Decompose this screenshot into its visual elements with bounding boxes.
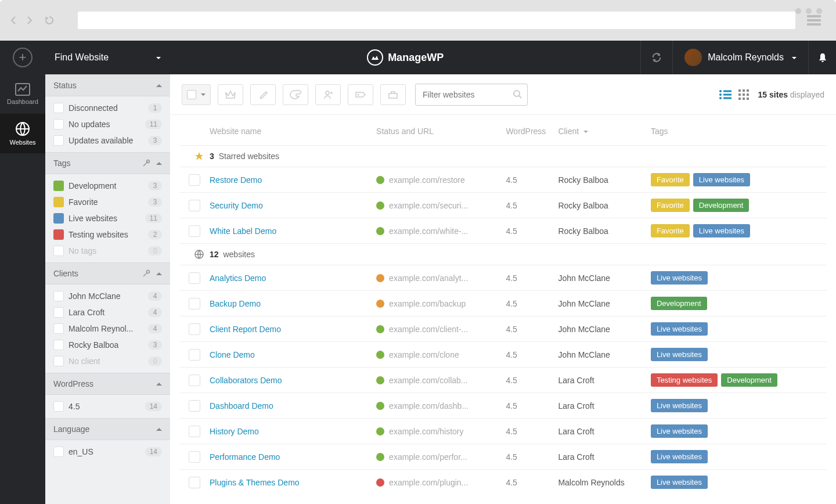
filter-checkbox[interactable] [53, 340, 64, 350]
filter-checkbox[interactable] [53, 135, 64, 146]
rail-dashboard[interactable]: Dashboard [0, 74, 45, 114]
tag-pill[interactable]: Live websites [651, 271, 708, 285]
table-row[interactable]: White Label Demoexample.com/white-...4.5… [179, 218, 827, 243]
tag-pill[interactable]: Live websites [651, 424, 708, 438]
browser-menu-icon[interactable] [807, 13, 821, 27]
table-row[interactable]: Clone Demoexample.com/clone4.5John McCla… [179, 341, 827, 367]
filter-item[interactable]: Testing websites2 [45, 226, 170, 243]
filter-checkbox[interactable] [53, 103, 64, 113]
filter-item[interactable]: No client0 [45, 353, 170, 369]
tag-pill[interactable]: Development [693, 199, 749, 212]
toolbar-btn-3[interactable] [283, 84, 308, 105]
filter-checkbox[interactable] [53, 119, 64, 129]
row-checkbox[interactable] [189, 225, 200, 237]
filter-item[interactable]: Malcolm Reynol...4 [45, 321, 170, 337]
site-name-link[interactable]: Plugins & Themes Demo [210, 478, 376, 487]
toolbar-btn-5[interactable] [348, 84, 373, 105]
tag-pill[interactable]: Live websites [651, 399, 708, 412]
toolbar-btn-1[interactable] [218, 84, 243, 105]
table-row[interactable]: Plugins & Themes Demoexample.com/plugin.… [179, 469, 827, 495]
row-checkbox[interactable] [189, 477, 200, 488]
user-menu[interactable]: Malcolm Reynolds [673, 49, 808, 66]
th-name[interactable]: Website name [210, 127, 376, 136]
site-name-link[interactable]: Performance Demo [210, 452, 376, 462]
toolbar-btn-4[interactable] [315, 84, 341, 105]
select-all-dropdown[interactable] [182, 84, 211, 105]
list-view-icon[interactable] [719, 89, 732, 100]
filter-item[interactable]: Rocky Balboa3 [45, 337, 170, 353]
filter-item[interactable]: 4.514 [45, 398, 170, 415]
filter-checkbox[interactable] [53, 323, 64, 334]
tag-pill[interactable]: Favorite [651, 199, 690, 212]
filter-item[interactable]: Development3 [45, 178, 170, 194]
table-row[interactable]: Backup Demoexample.com/backup4.5John McC… [179, 290, 827, 316]
site-name-link[interactable]: Client Report Demo [210, 325, 376, 334]
row-checkbox[interactable] [189, 349, 200, 361]
table-row[interactable]: Analytics Demoexample.com/analyt...4.5Jo… [179, 265, 827, 290]
filter-checkbox[interactable] [53, 356, 64, 366]
add-button[interactable]: + [0, 48, 45, 67]
tag-pill[interactable]: Development [721, 373, 777, 387]
site-name-link[interactable]: Dashboard Demo [210, 401, 376, 411]
notifications-button[interactable] [808, 41, 836, 74]
toolbar-btn-2[interactable] [250, 84, 276, 105]
filter-item[interactable]: No tags0 [45, 243, 170, 259]
filter-item[interactable]: Updates available3 [45, 132, 170, 149]
toolbar-btn-6[interactable] [380, 84, 406, 105]
grid-view-icon[interactable] [738, 89, 749, 100]
th-client[interactable]: Client [558, 127, 651, 136]
tag-pill[interactable]: Live websites [693, 224, 750, 237]
filter-checkbox[interactable] [53, 401, 64, 412]
tag-pill[interactable]: Testing websites [651, 373, 718, 387]
tag-pill[interactable]: Live websites [651, 476, 708, 489]
tag-pill[interactable]: Live websites [651, 348, 708, 361]
table-row[interactable]: Security Demoexample.com/securi...4.5Roc… [179, 192, 827, 218]
filter-checkbox[interactable] [53, 307, 64, 318]
sync-button[interactable] [640, 41, 673, 74]
filter-item[interactable]: Favorite3 [45, 194, 170, 210]
filter-header-status[interactable]: Status [45, 74, 170, 96]
filter-header-wordpress[interactable]: WordPress [45, 373, 170, 395]
find-website-dropdown[interactable]: Find Website [45, 52, 170, 63]
row-checkbox[interactable] [189, 426, 200, 437]
filter-item[interactable]: Live websites11 [45, 210, 170, 226]
site-name-link[interactable]: Restore Demo [210, 175, 376, 185]
tag-pill[interactable]: Live websites [651, 450, 708, 463]
filter-header-clients[interactable]: Clients [45, 262, 170, 285]
row-checkbox[interactable] [189, 200, 200, 211]
table-row[interactable]: Restore Demoexample.com/restore4.5Rocky … [179, 167, 827, 192]
table-row[interactable]: Dashboard Demoexample.com/dashb...4.5Lar… [179, 393, 827, 418]
filter-header-language[interactable]: Language [45, 418, 170, 440]
tag-pill[interactable]: Favorite [651, 224, 690, 237]
th-wordpress[interactable]: WordPress [506, 127, 558, 136]
table-row[interactable]: Performance Demoexample.com/perfor...4.5… [179, 444, 827, 469]
filter-item[interactable]: Lara Croft4 [45, 304, 170, 321]
back-icon[interactable] [9, 16, 19, 25]
site-name-link[interactable]: Analytics Demo [210, 273, 376, 283]
site-name-link[interactable]: Backup Demo [210, 299, 376, 308]
forward-icon[interactable] [24, 16, 34, 25]
table-row[interactable]: Client Report Demoexample.com/client-...… [179, 316, 827, 341]
reload-icon[interactable] [44, 15, 55, 26]
filter-item[interactable]: en_US14 [45, 444, 170, 460]
row-checkbox[interactable] [189, 272, 200, 284]
filter-item[interactable]: No updates11 [45, 116, 170, 132]
filter-item[interactable]: John McClane4 [45, 288, 170, 304]
filter-checkbox[interactable] [53, 246, 64, 256]
tag-pill[interactable]: Live websites [693, 173, 750, 186]
row-checkbox[interactable] [189, 400, 200, 412]
filter-checkbox[interactable] [53, 447, 64, 457]
wrench-icon[interactable] [142, 159, 150, 167]
table-row[interactable]: Collaborators Demoexample.com/collab...4… [179, 367, 827, 393]
site-name-link[interactable]: Clone Demo [210, 350, 376, 359]
site-name-link[interactable]: White Label Demo [210, 226, 376, 236]
filter-header-tags[interactable]: Tags [45, 152, 170, 174]
row-checkbox[interactable] [189, 375, 200, 386]
table-row[interactable]: History Demoexample.com/history4.5Lara C… [179, 418, 827, 444]
th-status[interactable]: Status and URL [376, 127, 506, 136]
url-bar[interactable] [78, 12, 795, 29]
row-checkbox[interactable] [189, 298, 200, 309]
rail-websites[interactable]: Websites [0, 114, 45, 153]
tag-pill[interactable]: Development [651, 297, 707, 310]
site-name-link[interactable]: Security Demo [210, 201, 376, 210]
